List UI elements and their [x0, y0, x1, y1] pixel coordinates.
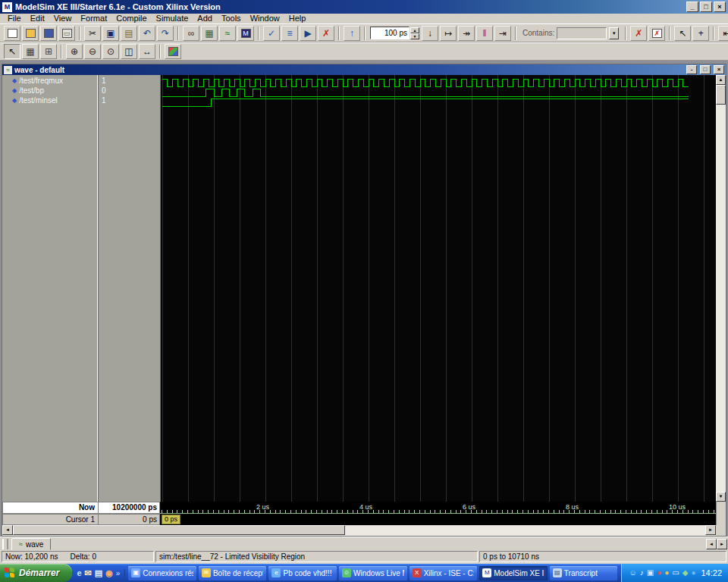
pan-mode-icon[interactable]: ⊞: [40, 44, 57, 59]
paste-icon[interactable]: ▤: [121, 26, 137, 41]
menu-item-tools[interactable]: Tools: [217, 14, 246, 23]
usb-icon[interactable]: ◆: [682, 569, 689, 577]
add-wave-icon[interactable]: ≈: [219, 26, 236, 41]
colors-icon[interactable]: [165, 44, 181, 59]
menu-item-simulate[interactable]: Simulate: [152, 14, 193, 23]
cursor-track[interactable]: 0 ps: [160, 514, 716, 525]
open-folder-icon: [26, 29, 36, 38]
messenger-task-button[interactable]: ☺Windows Live Me...: [339, 566, 407, 580]
compile-icon[interactable]: ✓: [263, 26, 280, 41]
spin-down-icon[interactable]: ▼: [410, 33, 419, 39]
close-button[interactable]: ×: [714, 2, 726, 12]
scheduler-icon[interactable]: ●: [691, 569, 695, 577]
save-icon[interactable]: [40, 26, 57, 41]
quick-launch-overflow-icon[interactable]: »: [116, 569, 121, 577]
timeline-ruler[interactable]: 2 us4 us6 us8 us10 us: [160, 502, 716, 514]
wave-close-button[interactable]: ×: [714, 65, 724, 74]
xilinx-task-button[interactable]: XXilinx - ISE - C:\Xil...: [410, 566, 478, 580]
goto-line-icon[interactable]: ▦: [201, 26, 218, 41]
show-desktop-icon[interactable]: ▤: [95, 569, 102, 577]
copy-icon[interactable]: ▣: [102, 26, 119, 41]
signal-row[interactable]: ◆/test/bp: [2, 86, 97, 95]
menu-item-compile[interactable]: Compile: [111, 14, 151, 23]
select-mode-icon[interactable]: ↖: [4, 44, 20, 59]
tab-scroll-right-icon[interactable]: ►: [717, 539, 727, 549]
menu-item-edit[interactable]: Edit: [26, 14, 49, 23]
cursor-label[interactable]: Cursor 1: [2, 514, 99, 525]
spin-up-icon[interactable]: ▲: [410, 27, 419, 33]
scroll-right-icon[interactable]: ►: [705, 525, 716, 535]
zoom-range-icon[interactable]: ◫: [121, 44, 137, 59]
cut-icon[interactable]: ✂: [84, 26, 101, 41]
network-tray-icon[interactable]: ▣: [647, 569, 654, 577]
zoom-in-icon[interactable]: ⊕: [66, 44, 83, 59]
continue-run-icon[interactable]: ↦: [440, 26, 457, 41]
menu-item-window[interactable]: Window: [246, 14, 284, 23]
menu-item-help[interactable]: Help: [284, 14, 311, 23]
open-folder-icon[interactable]: [22, 26, 39, 41]
break-run-icon[interactable]: ‖: [476, 26, 493, 41]
run-icon[interactable]: ↓: [422, 26, 438, 41]
scroll-left-icon[interactable]: ◄: [2, 525, 13, 535]
restart-icon[interactable]: ↑: [344, 26, 360, 41]
signal-row[interactable]: ◆/test/freqmux: [2, 76, 97, 86]
print-icon[interactable]: ▭: [58, 26, 75, 41]
network-task-button[interactable]: ▣Connexions réseau: [128, 566, 196, 580]
tab-wave[interactable]: ≈ wave: [11, 538, 51, 550]
menu-item-view[interactable]: View: [49, 14, 77, 23]
find-icon[interactable]: ∞: [183, 26, 199, 41]
new-document-icon[interactable]: [4, 26, 20, 41]
find-previous-icon[interactable]: ⇤: [718, 26, 728, 41]
redo-icon[interactable]: ↷: [157, 26, 174, 41]
volume-icon[interactable]: ♪: [640, 569, 644, 577]
wave-area[interactable]: [160, 75, 716, 502]
break-icon[interactable]: ✗: [318, 26, 334, 41]
antivirus-icon[interactable]: ●: [657, 569, 661, 577]
messenger-tray-icon[interactable]: ☺: [629, 569, 637, 577]
menu-item-format[interactable]: Format: [76, 14, 111, 23]
ie-page-task-button[interactable]: ePb code vhd!!! - ...: [268, 566, 337, 580]
zoom-full-icon[interactable]: ⊙: [102, 44, 119, 59]
run-length-input[interactable]: [370, 27, 410, 39]
select-pointer-icon[interactable]: ↖: [674, 26, 691, 41]
zoom-out-icon[interactable]: ⊖: [84, 44, 101, 59]
start-button[interactable]: Démarrer: [0, 564, 72, 582]
cursor-time-chip[interactable]: 0 ps: [162, 515, 180, 524]
signal-row[interactable]: ◆/test/minsel: [2, 95, 97, 105]
zoom-cursor-icon[interactable]: ↔: [139, 44, 155, 59]
simulate-icon[interactable]: ▶: [300, 26, 316, 41]
restore-button[interactable]: □: [700, 2, 712, 12]
inbox-task-button[interactable]: ✉Boîte de réceptio...: [199, 566, 267, 580]
horizontal-scroll-thumb[interactable]: [13, 525, 345, 535]
minimize-button[interactable]: _: [686, 2, 698, 12]
contains-dropdown-icon[interactable]: ▼: [609, 27, 619, 39]
step-icon[interactable]: ⇥: [494, 26, 511, 41]
menu-item-file[interactable]: File: [3, 14, 26, 23]
display-icon[interactable]: ▭: [672, 569, 679, 577]
media-player-icon[interactable]: ◉: [105, 569, 113, 577]
modelsim-icon[interactable]: M: [237, 26, 254, 41]
run-all-icon[interactable]: ↠: [458, 26, 475, 41]
horizontal-scrollbar[interactable]: ◄ ►: [2, 525, 716, 536]
scroll-down-icon[interactable]: ▼: [716, 492, 726, 502]
wave-restore-button[interactable]: □: [700, 65, 711, 74]
outlook-icon[interactable]: ✉: [85, 569, 92, 577]
ie-icon[interactable]: e: [77, 569, 81, 577]
contains-input[interactable]: [557, 27, 607, 39]
compile-all-icon[interactable]: ≡: [281, 26, 298, 41]
menu-item-add[interactable]: Add: [193, 14, 217, 23]
update-icon[interactable]: ●: [664, 569, 669, 577]
cursor-value: 0 ps: [99, 514, 160, 525]
stop-icon[interactable]: ✗: [630, 26, 647, 41]
vertical-scroll-thumb[interactable]: [716, 85, 726, 105]
scroll-up-icon[interactable]: ▲: [716, 75, 726, 85]
kill-icon[interactable]: ✗: [648, 26, 665, 41]
wave-minimize-button[interactable]: -: [686, 65, 697, 74]
undo-icon[interactable]: ↶: [139, 26, 155, 41]
tab-scroll-left-icon[interactable]: ◄: [706, 539, 717, 549]
vertical-scrollbar[interactable]: ▲ ▼: [716, 75, 726, 502]
add-cursor-icon[interactable]: +: [692, 26, 709, 41]
transcript-task-button[interactable]: ▤Transcript: [550, 566, 618, 580]
zoom-mode-icon[interactable]: ▦: [22, 44, 39, 59]
modelsim-task-task-button[interactable]: MModelSim XE II...: [479, 566, 548, 580]
